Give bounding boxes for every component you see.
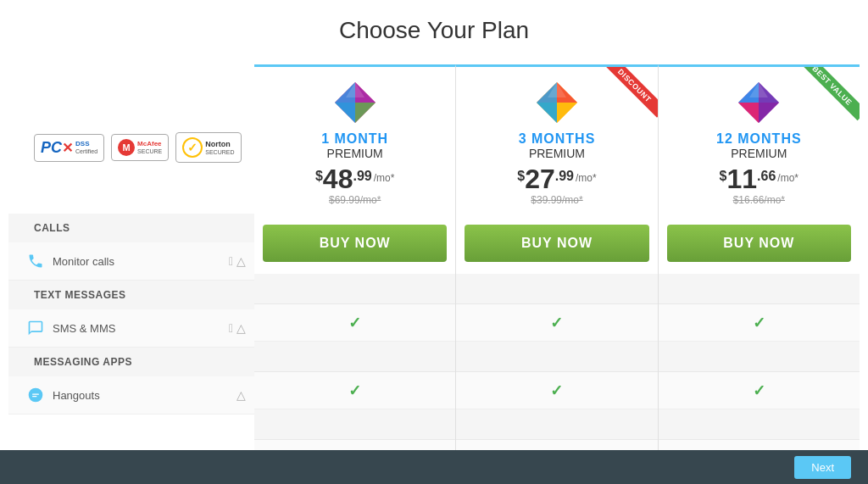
svg-marker-4 <box>335 103 355 123</box>
calls-spacer-2 <box>456 274 657 304</box>
mcafee-label: McAfee <box>137 141 162 148</box>
messaging-spacer-3 <box>659 409 860 440</box>
plan-12months-price: $ 11 .66 /mo* <box>667 165 851 192</box>
svg-marker-11 <box>557 103 577 123</box>
section-messaging-apps: MESSAGING APPS <box>8 348 254 376</box>
checkmark-icon: ✓ <box>753 381 765 400</box>
phone-icon <box>25 251 46 271</box>
plan-1month-cents: .99 <box>353 169 371 184</box>
hangouts-label: Hangouts <box>53 389 236 402</box>
plan-3months-original: $39.99/mo* <box>465 194 648 206</box>
mcafee-badge: M McAfee SECURE <box>111 134 169 161</box>
norton-sub: SECURED <box>205 149 234 155</box>
messaging-spacer-1 <box>254 409 455 440</box>
plan-3months-icon <box>535 81 579 125</box>
plan-12months-type: PREMIUM <box>667 147 851 160</box>
calls-spacer-1 <box>254 274 455 304</box>
bottom-bar: Next <box>0 450 868 477</box>
plan-1month-dollar: $ <box>315 169 323 184</box>
section-text-messages: TEXT MESSAGES <box>8 281 254 309</box>
page-wrapper: Choose Your Plan PC ✕ DSS Certified <box>0 0 868 477</box>
next-button[interactable]: Next <box>794 456 851 478</box>
apple-icon-sms:  <box>229 321 233 335</box>
sms-check-1: ✓ <box>254 372 455 409</box>
sms-platforms:  △ <box>229 321 246 335</box>
plan-1month-icon <box>333 81 377 125</box>
text-messages-spacer-1 <box>254 342 455 372</box>
plan-12months-features: ✓ ✓ ✓ <box>659 274 860 477</box>
text-messages-spacer-3 <box>659 342 860 372</box>
calls-spacer-3 <box>659 274 860 304</box>
plan-1month-features: ✓ ✓ ✓ <box>254 274 455 477</box>
plan-12months-dollar: $ <box>720 169 727 184</box>
checkmark-icon: ✓ <box>753 314 765 332</box>
monitor-calls-check-1: ✓ <box>254 304 455 342</box>
hangouts-platforms: △ <box>236 388 246 402</box>
plan-3months-period: /mo* <box>576 172 597 184</box>
buy-12months-button[interactable]: BUY NOW <box>667 225 851 262</box>
svg-marker-16 <box>738 103 759 123</box>
svg-marker-17 <box>759 103 779 123</box>
plan-3months: DISCOUNT 3 MONTHS PREMIU <box>455 64 657 477</box>
checkmark-icon: ✓ <box>550 314 563 332</box>
plan-3months-type: PREMIUM <box>465 147 648 160</box>
checkmark-icon: ✓ <box>550 381 563 400</box>
hangouts-icon <box>25 385 46 405</box>
apple-icon:  <box>229 254 233 268</box>
feature-hangouts: Hangouts △ <box>8 376 254 414</box>
sms-mms-label: SMS & MMS <box>53 322 229 335</box>
plan-3months-header: 3 MONTHS PREMIUM $ 27 .99 /mo* $39.99/mo… <box>456 67 657 225</box>
plan-12months-period: /mo* <box>777 172 798 184</box>
messaging-spacer-2 <box>456 409 657 440</box>
plan-12months-header: 12 MONTHS PREMIUM $ 11 .66 /mo* $16.66/m… <box>659 67 860 225</box>
monitor-calls-check-2: ✓ <box>456 304 657 342</box>
mcafee-sub: SECURE <box>137 148 162 154</box>
buy-3months-button[interactable]: BUY NOW <box>465 225 648 262</box>
sms-check-3: ✓ <box>659 372 860 409</box>
sms-icon <box>25 318 46 338</box>
plan-12months: BEST VALUE 12 MONTHS PRE <box>658 64 860 477</box>
plan-3months-price: $ 27 .99 /mo* <box>465 165 648 192</box>
plan-12months-icon <box>737 81 781 125</box>
monitor-calls-check-3: ✓ <box>659 304 860 342</box>
checkmark-icon: ✓ <box>348 314 361 332</box>
android-icon-sms: △ <box>236 321 246 335</box>
trust-badges: PC ✕ DSS Certified M McAfee SECURE <box>8 115 254 180</box>
monitor-calls-label: Monitor calls <box>53 255 229 268</box>
section-calls: CALLS <box>8 214 254 242</box>
plan-1month-type: PREMIUM <box>263 147 447 160</box>
monitor-calls-platforms:  △ <box>229 254 246 268</box>
plan-1month-header: 1 MONTH PREMIUM $ 48 .99 /mo* $69.99/mo* <box>254 67 455 225</box>
plan-12months-cents: .66 <box>757 169 776 184</box>
plan-1month-price: $ 48 .99 /mo* <box>263 165 447 192</box>
pcidss-label: DSS <box>75 141 97 148</box>
pcidss-badge: PC ✕ DSS Certified <box>34 134 104 162</box>
pci-x-icon: ✕ <box>62 140 73 156</box>
plan-3months-dollar: $ <box>517 169 525 184</box>
buy-1month-button[interactable]: BUY NOW <box>263 225 447 262</box>
android-icon: △ <box>236 254 246 268</box>
norton-badge: ✓ Norton SECURED <box>175 132 241 163</box>
plan-12months-original: $16.66/mo* <box>667 194 851 206</box>
sms-check-2: ✓ <box>456 372 657 409</box>
plan-12months-main: 11 <box>727 165 758 192</box>
plan-12months-duration: 12 MONTHS <box>667 131 851 147</box>
plan-3months-features: ✓ ✓ ✓ <box>456 274 657 477</box>
plan-3months-duration: 3 MONTHS <box>465 131 648 147</box>
plan-1month-duration: 1 MONTH <box>263 131 447 147</box>
sidebar: PC ✕ DSS Certified M McAfee SECURE <box>8 64 254 477</box>
plan-1month-period: /mo* <box>374 172 395 184</box>
plan-1month: 1 MONTH PREMIUM $ 48 .99 /mo* $69.99/mo*… <box>254 64 455 477</box>
plan-3months-main: 27 <box>525 165 555 192</box>
checkmark-icon: ✓ <box>348 381 361 400</box>
feature-sms-mms: SMS & MMS  △ <box>8 309 254 348</box>
pcidss-certified: Certified <box>75 148 97 154</box>
android-icon-hangouts: △ <box>236 388 246 402</box>
plan-1month-original: $69.99/mo* <box>263 194 447 206</box>
feature-monitor-calls: Monitor calls  △ <box>8 242 254 281</box>
plan-3months-cents: .99 <box>555 169 574 184</box>
text-messages-spacer-2 <box>456 342 657 372</box>
plan-1month-main: 48 <box>323 165 353 192</box>
main-layout: PC ✕ DSS Certified M McAfee SECURE <box>8 64 860 477</box>
norton-label: Norton <box>205 140 234 149</box>
